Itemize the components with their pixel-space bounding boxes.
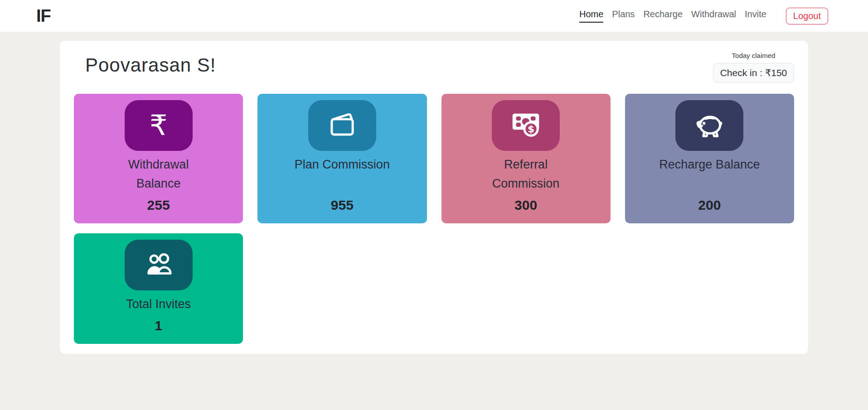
top-navbar: IF Home Plans Recharge Withdrawal Invite… [0, 0, 868, 32]
card-value: 300 [514, 197, 537, 213]
people-icon [125, 240, 193, 290]
wallet-icon [308, 100, 376, 151]
plan-commission-card: Plan Commission 955 [257, 94, 427, 223]
piggy-bank-icon [675, 100, 743, 151]
card-value: 200 [698, 197, 721, 213]
total-invites-card: Total Invites 1 [74, 233, 243, 344]
card-label: Total Invites [126, 295, 191, 314]
nav-item-withdrawal[interactable]: Withdrawal [691, 9, 736, 23]
cash-icon: $ [492, 100, 560, 151]
nav-item-invite[interactable]: Invite [745, 9, 766, 23]
logout-button[interactable]: Logout [786, 8, 828, 24]
stats-cards-grid: ₹ Withdrawal Balance 255 Plan Commission… [74, 94, 794, 344]
card-value: 1 [155, 318, 162, 334]
card-label: Withdrawal Balance [107, 155, 211, 193]
card-label: Referral Commission [474, 155, 578, 193]
nav-item-plans[interactable]: Plans [612, 9, 635, 23]
svg-text:$: $ [528, 123, 534, 135]
card-label: Plan Commission [295, 155, 390, 174]
brand-logo: IF [36, 6, 51, 26]
card-value: 255 [147, 197, 170, 213]
referral-commission-card: $ Referral Commission 300 [441, 94, 611, 223]
rupee-icon: ₹ [125, 100, 193, 151]
dashboard-panel: Poovarasan S! Today claimed Check in : ₹… [60, 41, 808, 354]
card-label: Recharge Balance [659, 155, 760, 174]
recharge-balance-card: Recharge Balance 200 [625, 94, 794, 223]
nav-item-home[interactable]: Home [579, 9, 603, 23]
card-value: 955 [331, 197, 354, 213]
user-greeting: Poovarasan S! [74, 50, 216, 76]
daily-claim-box: Today claimed Check in : ₹150 [713, 52, 794, 83]
nav-links: Home Plans Recharge Withdrawal Invite Lo… [579, 8, 828, 24]
withdrawal-balance-card: ₹ Withdrawal Balance 255 [74, 94, 243, 223]
dashboard-header: Poovarasan S! Today claimed Check in : ₹… [74, 50, 794, 83]
check-in-button[interactable]: Check in : ₹150 [713, 63, 794, 83]
nav-item-recharge[interactable]: Recharge [643, 9, 683, 23]
today-claimed-label: Today claimed [732, 52, 776, 59]
